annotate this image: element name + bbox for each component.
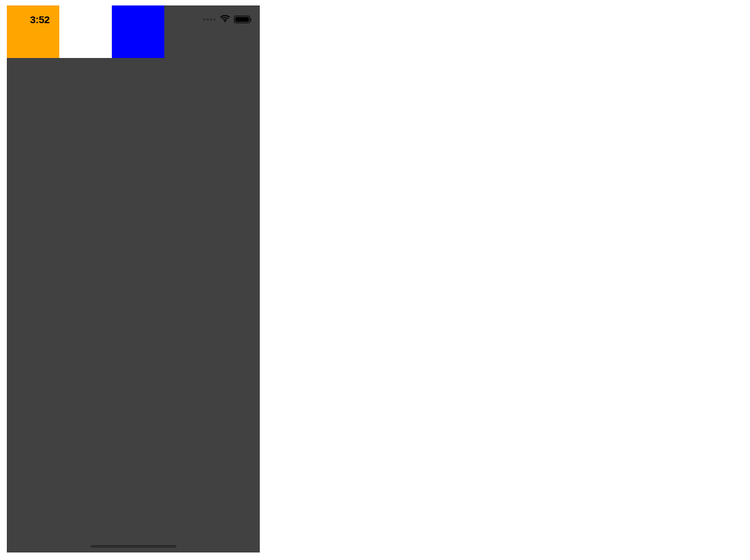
battery-icon: [234, 16, 250, 23]
cellular-icon: [203, 18, 215, 20]
status-right-icons: [203, 15, 250, 23]
home-indicator[interactable]: [91, 545, 177, 548]
wifi-icon: [220, 15, 230, 23]
status-bar: 3:52: [7, 5, 260, 30]
device-frame: 3:52: [7, 5, 260, 552]
status-time: 3:52: [30, 14, 50, 25]
